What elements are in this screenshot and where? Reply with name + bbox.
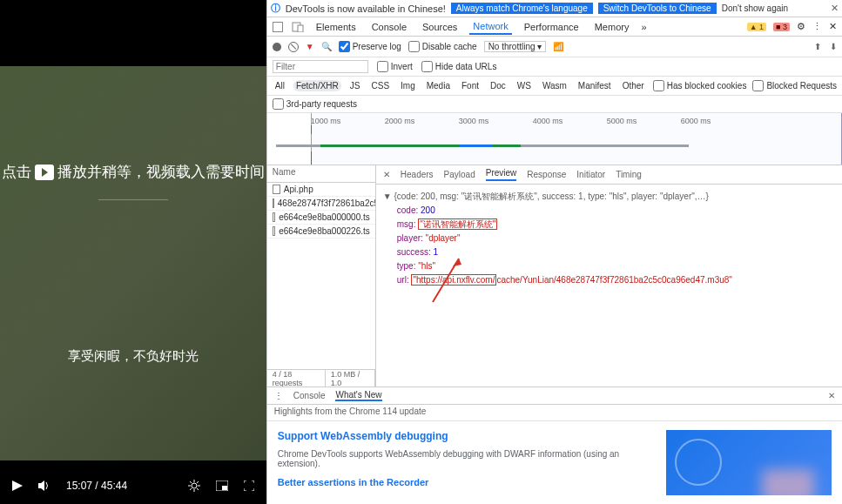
tab-network[interactable]: Network (469, 19, 511, 35)
video-canvas: 点击 播放并稍等，视频载入需要时间 享受闲暇，不负好时光 (0, 66, 266, 460)
more-tabs-icon[interactable]: » (641, 22, 646, 32)
tab-console[interactable]: Console (368, 20, 410, 34)
volume-button[interactable] (38, 480, 51, 491)
invert-checkbox[interactable]: Invert (377, 61, 413, 72)
filter-js[interactable]: JS (347, 80, 363, 91)
search-icon[interactable]: 🔍 (321, 42, 332, 51)
play-button[interactable] (12, 480, 23, 491)
network-toolbar: ▼ 🔍 Preserve log Disable cache No thrott… (267, 37, 842, 57)
hide-data-urls-checkbox[interactable]: Hide data URLs (421, 61, 497, 72)
request-row[interactable]: e664ce9e8ba000226.ts (267, 225, 375, 239)
tab-sources[interactable]: Sources (419, 20, 461, 34)
upload-icon[interactable]: ⬆ (814, 42, 821, 51)
close-preview-icon[interactable]: ✕ (383, 170, 390, 179)
close-devtools-icon[interactable]: ✕ (829, 21, 837, 32)
timeline[interactable]: 1000 ms 2000 ms 3000 ms 4000 ms 5000 ms … (267, 113, 842, 165)
third-party-checkbox[interactable]: 3rd-party requests (273, 98, 357, 110)
inspect-icon[interactable] (273, 22, 283, 32)
filter-input[interactable] (273, 60, 368, 73)
settings-button[interactable] (188, 480, 200, 492)
drawer-subtitle: Highlights from the Chrome 114 update (267, 405, 842, 421)
fullscreen-button[interactable] (244, 480, 254, 491)
svg-point-2 (192, 483, 197, 488)
info-text: DevTools is now available in Chinese! (286, 3, 446, 14)
main-tabs: Elements Console Sources Network Perform… (267, 17, 842, 37)
info-icon: ⓘ (271, 2, 280, 15)
whatsnew-title: Support WebAssembly debugging (278, 430, 656, 442)
whatsnew-title-2: Better assertions in the Recorder (278, 477, 656, 487)
video-controls: 15:07 / 45:44 (0, 467, 266, 504)
svg-marker-0 (12, 480, 23, 491)
tab-preview[interactable]: Preview (486, 168, 517, 181)
filter-media[interactable]: Media (424, 80, 453, 91)
errors-badge[interactable]: ■ 3 (773, 23, 790, 31)
filter-img[interactable]: Img (398, 80, 418, 91)
file-icon (273, 226, 275, 236)
request-row[interactable]: 468e28747f3f72861ba2c5... (267, 197, 375, 211)
request-list-header: Name (267, 165, 375, 183)
svg-line-7 (190, 481, 192, 483)
blocked-requests-checkbox[interactable]: Blocked Requests (752, 80, 837, 91)
tab-initiator[interactable]: Initiator (576, 170, 605, 179)
filter-all[interactable]: All (273, 80, 287, 91)
close-info-icon[interactable]: ✕ (831, 3, 839, 14)
msg-part-b: 播放并稍等，视频载入需要时间 (57, 162, 265, 182)
pip-button[interactable] (216, 480, 228, 491)
filter-fetchxhr[interactable]: Fetch/XHR (293, 80, 341, 91)
filter-wasm[interactable]: Wasm (540, 80, 569, 91)
tab-payload[interactable]: Payload (444, 170, 475, 179)
preview-body[interactable]: ▼ {code: 200, msg: "诺讯智能解析系统", success: … (376, 185, 842, 386)
third-party-row: 3rd-party requests (267, 96, 842, 113)
annotation-arrow (428, 254, 463, 306)
network-main: Name Api.php 468e28747f3f72861ba2c5... e… (267, 165, 842, 386)
drawer-menu-icon[interactable]: ⋮ (274, 391, 283, 400)
play-icon (35, 165, 54, 180)
close-drawer-icon[interactable]: ✕ (828, 391, 835, 400)
tab-headers[interactable]: Headers (401, 170, 434, 179)
request-list: Name Api.php 468e28747f3f72861ba2c5... e… (267, 165, 376, 386)
dont-show-button[interactable]: Don't show again (722, 3, 788, 13)
tab-timing[interactable]: Timing (616, 170, 642, 179)
preview-pane: ✕ Headers Payload Preview Response Initi… (376, 165, 842, 386)
record-button[interactable] (273, 43, 281, 51)
drawer-tab-whatsnew[interactable]: What's New (335, 390, 381, 401)
filter-doc[interactable]: Doc (488, 80, 509, 91)
filter-icon[interactable]: ▼ (306, 42, 314, 51)
highlighted-msg: "诺讯智能解析系统" (418, 218, 497, 230)
request-row[interactable]: Api.php (267, 183, 375, 197)
warnings-badge[interactable]: ▲ 1 (747, 23, 766, 31)
filter-ws[interactable]: WS (515, 80, 534, 91)
file-icon (273, 198, 274, 208)
svg-rect-12 (222, 486, 227, 490)
tab-memory[interactable]: Memory (591, 20, 633, 34)
throttling-select[interactable]: No throttling ▾ (484, 41, 547, 52)
filter-css[interactable]: CSS (368, 80, 392, 91)
filter-font[interactable]: Font (459, 80, 482, 91)
match-language-button[interactable]: Always match Chrome's language (451, 3, 593, 14)
svg-marker-1 (38, 480, 44, 491)
device-icon[interactable] (292, 22, 304, 32)
blocked-cookies-checkbox[interactable]: Has blocked cookies (653, 80, 747, 91)
download-icon[interactable]: ⬇ (830, 42, 837, 51)
divider (98, 199, 168, 200)
tab-performance[interactable]: Performance (521, 20, 583, 34)
settings-icon[interactable]: ⚙ (797, 21, 805, 32)
filter-manifest[interactable]: Manifest (576, 80, 614, 91)
request-row[interactable]: e664ce9e8ba000000.ts (267, 211, 375, 225)
request-list-footer: 4 / 18 requests 1.0 MB / 1.0 (267, 369, 375, 386)
video-overlay-message: 点击 播放并稍等，视频载入需要时间 (2, 162, 265, 182)
drawer-tab-console[interactable]: Console (293, 391, 326, 400)
tab-elements[interactable]: Elements (313, 20, 360, 34)
drawer-tabs: ⋮ Console What's New ✕ (267, 387, 842, 405)
clear-button[interactable] (288, 42, 299, 52)
filter-other[interactable]: Other (620, 80, 647, 91)
switch-language-button[interactable]: Switch DevTools to Chinese (598, 3, 717, 14)
menu-icon[interactable]: ⋮ (812, 21, 822, 32)
disable-cache-checkbox[interactable]: Disable cache (408, 41, 477, 52)
preserve-log-checkbox[interactable]: Preserve log (339, 41, 401, 52)
devtools-panel: ⓘ DevTools is now available in Chinese! … (266, 0, 842, 504)
tab-response[interactable]: Response (527, 170, 566, 179)
svg-rect-14 (298, 25, 303, 32)
wifi-icon[interactable]: 📶 (553, 42, 563, 51)
file-icon (273, 185, 280, 194)
